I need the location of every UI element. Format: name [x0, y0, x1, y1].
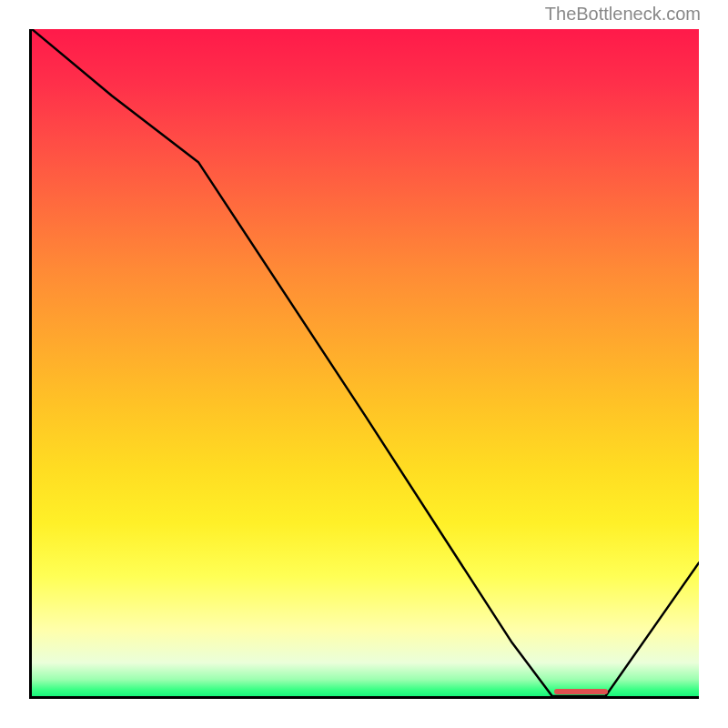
chart-area [29, 29, 699, 699]
watermark-text: TheBottleneck.com [545, 4, 701, 25]
optimal-range-marker [554, 689, 608, 694]
bottleneck-curve [32, 29, 699, 696]
